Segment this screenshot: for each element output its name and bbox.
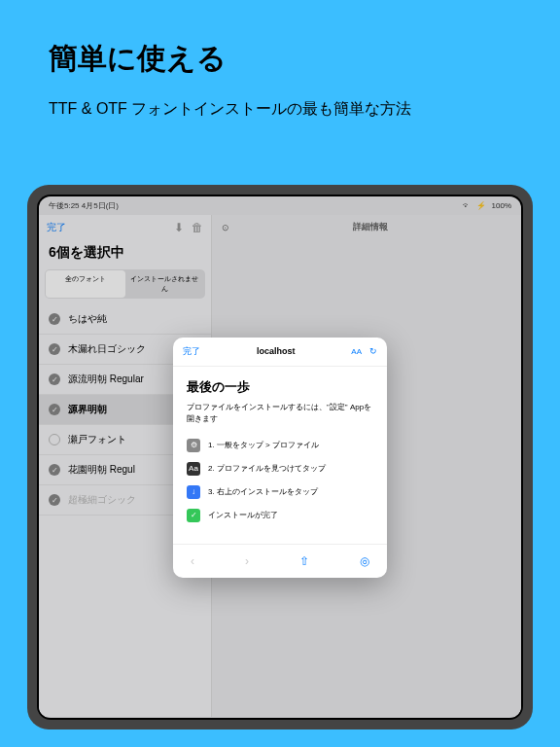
modal-host-label: localhost — [257, 346, 296, 356]
install-icon: ↓ — [187, 485, 200, 499]
share-icon[interactable]: ⇧ — [299, 554, 309, 568]
step-item: ⚙1. 一般をタップ > プロファイル — [187, 439, 373, 452]
gear-icon: ⚙ — [187, 439, 200, 452]
modal-description: プロファイルをインストールするには、"設定" Appを開きます — [187, 402, 373, 425]
promo-title: 簡単に使える — [49, 39, 511, 79]
refresh-icon[interactable]: ↻ — [369, 346, 377, 356]
modal-title: 最後の一歩 — [187, 378, 373, 396]
modal-done-button[interactable]: 完了 — [183, 345, 200, 358]
modal-overlay: 完了 localhost AA ↻ 最後の一歩 プロファイルをインストールするに… — [39, 196, 521, 718]
modal-toolbar: ‹ › ⇧ ◎ — [173, 544, 387, 578]
safari-icon[interactable]: ◎ — [360, 554, 369, 568]
check-icon: ✓ — [187, 509, 200, 522]
back-icon[interactable]: ‹ — [191, 554, 194, 568]
profile-icon: Aa — [187, 462, 200, 476]
ipad-device-frame: 午後5:25 4月5日(日) ᯤ ⚡ 100% 完了 ⬇ 🗑 6個を選択中 全の… — [27, 185, 533, 729]
step-item: Aa2. プロファイルを見つけてタップ — [187, 462, 373, 476]
promo-subtitle: TTF & OTF フォントインストールの最も簡単な方法 — [49, 98, 511, 120]
install-modal: 完了 localhost AA ↻ 最後の一歩 プロファイルをインストールするに… — [173, 338, 387, 578]
step-item: ✓インストールが完了 — [187, 509, 373, 522]
text-size-icon[interactable]: AA — [351, 347, 362, 356]
forward-icon[interactable]: › — [245, 554, 249, 568]
step-item: ↓3. 右上のインストールをタップ — [187, 485, 373, 499]
